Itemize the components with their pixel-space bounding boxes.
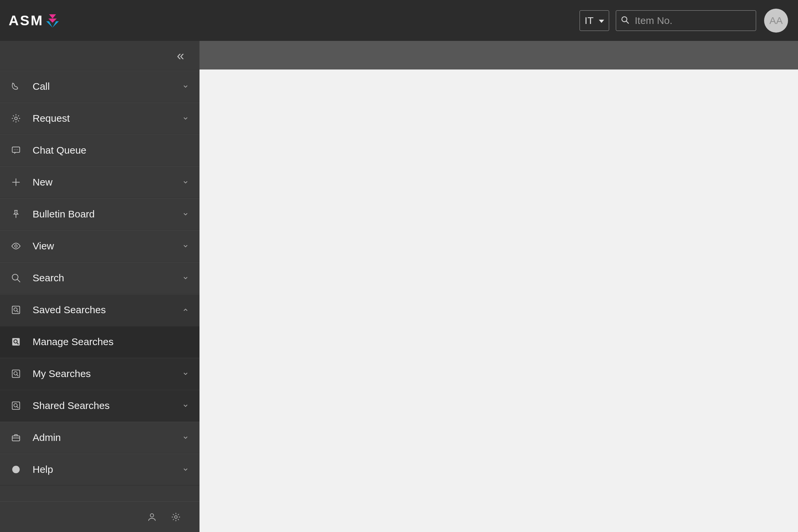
sidebar-item-request[interactable]: Request xyxy=(0,102,200,134)
sidebar-item-label: Request xyxy=(33,113,182,124)
sidebar-item-search[interactable]: Search xyxy=(0,262,200,294)
sidebar-footer xyxy=(0,501,200,532)
global-search-input[interactable] xyxy=(634,15,762,26)
svg-marker-4 xyxy=(599,20,604,23)
sidebar-item-label: Admin xyxy=(33,432,182,443)
svg-marker-1 xyxy=(49,18,57,23)
brand-logo: ASM xyxy=(8,13,59,28)
chevron-down-icon xyxy=(182,82,190,91)
sidebar-item-shared[interactable]: Shared Searches xyxy=(0,390,200,422)
chevron-down-icon xyxy=(182,242,190,250)
chevron-down-icon xyxy=(182,402,190,410)
search-icon xyxy=(621,16,629,25)
sidebar: « Call Request Chat Queue New Bulletin B… xyxy=(0,41,200,532)
sidebar-item-label: My Searches xyxy=(33,368,182,379)
chevron-down-icon xyxy=(182,434,190,441)
chevron-down-icon xyxy=(182,466,190,474)
phone-icon xyxy=(10,80,22,92)
saved-search-icon xyxy=(10,304,22,316)
chat-icon xyxy=(10,144,22,156)
collapse-glyph: « xyxy=(177,48,184,63)
sidebar-item-chat[interactable]: Chat Queue xyxy=(0,134,200,166)
caret-down-icon xyxy=(599,15,604,26)
sidebar-item-new[interactable]: New xyxy=(0,166,200,198)
brand-mark-icon xyxy=(45,14,59,27)
sidebar-item-label: Chat Queue xyxy=(33,145,190,156)
chevron-down-icon xyxy=(182,274,190,282)
svg-point-8 xyxy=(174,516,177,518)
chevron-down-icon xyxy=(182,210,190,218)
sidebar-item-saved[interactable]: Saved Searches xyxy=(0,294,200,326)
sidebar-item-manage[interactable]: Manage Searches xyxy=(0,326,200,358)
saved-search-solid-icon xyxy=(10,336,22,348)
sidebar-item-label: View xyxy=(33,241,182,252)
saved-search-icon xyxy=(10,400,22,412)
svg-point-5 xyxy=(622,17,627,22)
help-icon xyxy=(10,463,22,475)
sidebar-collapse-button[interactable]: « xyxy=(0,41,200,71)
top-bar: ASM IT AA xyxy=(0,0,798,41)
sidebar-item-mine[interactable]: My Searches xyxy=(0,358,200,390)
svg-line-6 xyxy=(626,21,629,24)
global-search[interactable] xyxy=(616,10,756,31)
svg-marker-0 xyxy=(49,14,56,19)
sidebar-item-label: Help xyxy=(33,464,182,475)
sidebar-menu: Call Request Chat Queue New Bulletin Boa… xyxy=(0,71,200,501)
chevron-up-icon xyxy=(182,306,190,314)
sidebar-item-label: Manage Searches xyxy=(33,336,190,347)
brand-name: ASM xyxy=(8,13,43,28)
search-icon xyxy=(10,272,22,284)
gear-icon[interactable] xyxy=(171,512,181,522)
chevron-down-icon xyxy=(182,370,190,378)
language-selector[interactable]: IT xyxy=(580,10,609,31)
svg-marker-2 xyxy=(46,21,53,27)
sidebar-item-label: New xyxy=(33,176,182,188)
svg-point-7 xyxy=(150,514,154,517)
eye-icon xyxy=(10,240,22,252)
gear-icon xyxy=(10,112,22,125)
sidebar-item-label: Search xyxy=(33,272,182,284)
user-avatar[interactable]: AA xyxy=(764,8,788,33)
main-content xyxy=(200,70,798,532)
secondary-bar xyxy=(200,41,798,70)
sidebar-item-admin[interactable]: Admin xyxy=(0,422,200,454)
pin-icon xyxy=(10,208,22,220)
sidebar-item-label: Shared Searches xyxy=(33,400,182,411)
svg-marker-3 xyxy=(53,21,59,27)
briefcase-icon xyxy=(10,432,22,443)
chevron-down-icon xyxy=(182,178,190,186)
sidebar-item-help[interactable]: Help xyxy=(0,454,200,486)
sidebar-item-label: Bulletin Board xyxy=(33,208,182,220)
sidebar-item-view[interactable]: View xyxy=(0,230,200,262)
sidebar-item-call[interactable]: Call xyxy=(0,71,200,102)
sidebar-item-label: Call xyxy=(33,81,182,92)
sidebar-item-bulletin[interactable]: Bulletin Board xyxy=(0,198,200,230)
plus-icon xyxy=(10,176,22,188)
language-selector-value: IT xyxy=(585,15,593,26)
saved-search-icon xyxy=(10,368,22,380)
user-avatar-initials: AA xyxy=(770,15,783,26)
sidebar-item-label: Saved Searches xyxy=(33,304,182,316)
chevron-down-icon xyxy=(182,114,190,122)
user-icon[interactable] xyxy=(147,512,157,522)
